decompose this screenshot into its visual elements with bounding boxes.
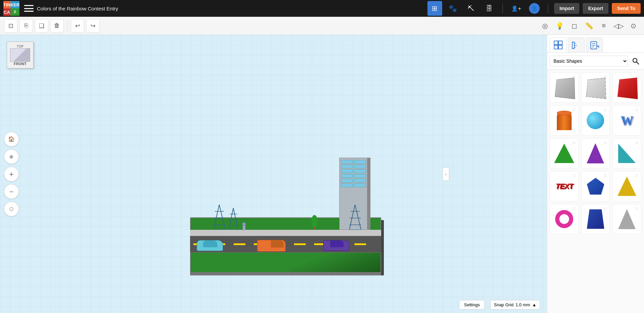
ortho-btn[interactable]: ⬡ xyxy=(4,202,19,216)
redo-btn[interactable]: ↪ xyxy=(86,19,100,33)
svg-marker-6 xyxy=(229,208,238,230)
shape-item-red-box[interactable]: ☆ xyxy=(612,72,641,103)
home-view-btn[interactable]: 🏠 xyxy=(4,132,19,147)
shape-item-cone-yellow[interactable]: ☆ xyxy=(612,171,641,201)
shape-item-box-hole[interactable]: ☆ xyxy=(581,72,610,103)
shape-star-sphere[interactable]: ☆ xyxy=(603,107,607,112)
shape-item-cone-teal[interactable]: ☆ xyxy=(612,138,641,168)
shape-pyramidgreen-visual xyxy=(554,144,574,163)
tab-notes[interactable] xyxy=(586,38,603,52)
shape-item-letter-w[interactable]: ☆ W xyxy=(612,105,641,136)
logo[interactable]: TIN KER CA D xyxy=(3,1,18,16)
shape-star-cone-gray[interactable]: ☆ xyxy=(635,206,639,211)
copy-paste-btn[interactable]: ⎘ xyxy=(19,19,33,33)
left-side: TOP FRONT 🏠 ⊕ ＋ － ⬡ xyxy=(0,35,547,313)
svg-rect-17 xyxy=(559,45,562,49)
tab-grid[interactable] xyxy=(550,38,567,52)
duplicate-btn[interactable]: ❑ xyxy=(35,19,48,33)
align-tool-btn[interactable]: ≡ xyxy=(597,19,610,33)
snap-grid-arrow[interactable]: ▲ xyxy=(532,302,536,307)
settings-btn[interactable]: Settings xyxy=(459,300,485,310)
shape-item-text3d[interactable]: ☆ TEXT xyxy=(550,171,579,201)
shape-category: Basic Shapes Letters Math Text xyxy=(547,53,644,70)
send-to-btn[interactable]: Send To xyxy=(612,3,641,14)
toolbar: ⊡ ⎘ ❑ 🗑 ↩ ↪ ◎ 💡 ◻ 📏 ≡ ◁▷ ⊙ xyxy=(0,17,644,35)
light-tool-btn[interactable]: 💡 xyxy=(553,19,566,33)
shape-star-cone-yellow[interactable]: ☆ xyxy=(635,173,639,178)
shape-item-torus[interactable]: ☆ xyxy=(550,204,579,234)
svg-rect-18 xyxy=(572,42,574,49)
shape-redbox-visual xyxy=(618,77,638,99)
shape-item-pentagon[interactable]: ☆ xyxy=(581,171,610,201)
shape-star-pyramid-green[interactable]: ☆ xyxy=(572,140,576,145)
shape-item-pyramid-purple[interactable]: ☆ xyxy=(581,138,610,168)
shape-pentagon-visual xyxy=(587,178,604,195)
toolbar-separator xyxy=(67,21,67,31)
shape-star-letter-w[interactable]: ☆ xyxy=(635,107,639,112)
shape-star-cylinder[interactable]: ☆ xyxy=(572,107,576,112)
paw-btn[interactable]: 🐾 xyxy=(446,1,460,16)
base-side xyxy=(190,272,381,275)
category-select[interactable]: Basic Shapes Letters Math Text xyxy=(550,56,628,66)
tree xyxy=(311,215,317,230)
cube-3d xyxy=(10,48,30,62)
shape-conegray-visual xyxy=(618,209,636,229)
panel-chevron[interactable]: › xyxy=(443,167,449,181)
view-cube[interactable]: TOP FRONT xyxy=(7,42,34,68)
mirror-tool-btn[interactable]: ◁▷ xyxy=(612,19,625,33)
measure-tool-btn[interactable]: 📏 xyxy=(582,19,596,33)
export-btn[interactable]: Export xyxy=(583,3,608,14)
svg-rect-15 xyxy=(559,41,562,45)
logo-ker: D xyxy=(10,8,19,16)
bottom-bar: Settings Snap Grid 1.0 mm ▲ xyxy=(459,300,540,310)
logo-n: CA xyxy=(3,8,10,16)
avatar-btn[interactable]: 👤 xyxy=(527,1,542,16)
shape-item-cone-gray[interactable]: ☆ xyxy=(612,204,641,234)
add-user-btn[interactable]: 👤+ xyxy=(509,1,524,16)
shape-item-box[interactable]: ☆ xyxy=(550,72,579,103)
import-btn[interactable]: Import xyxy=(554,3,580,14)
shape-boxhole-visual xyxy=(586,77,606,99)
shape-item-cylinder[interactable]: ☆ xyxy=(550,105,579,136)
shape-star-pyramid-purple[interactable]: ☆ xyxy=(603,140,607,145)
note-tool-btn[interactable]: ◻ xyxy=(568,19,581,33)
shape-cylinder-visual xyxy=(557,111,572,130)
shape-star-cone-teal[interactable]: ☆ xyxy=(635,140,639,145)
grid-view-btn[interactable]: ⊞ xyxy=(427,1,442,16)
search-shapes-btn[interactable] xyxy=(630,55,641,67)
shape-letterw-visual: W xyxy=(621,113,633,128)
hamburger-menu[interactable] xyxy=(24,5,34,12)
more-tool-btn[interactable]: ⊙ xyxy=(627,19,640,33)
zoom-out-btn[interactable]: － xyxy=(4,184,19,199)
shape-box-visual xyxy=(555,77,575,99)
shape-star-pentagon[interactable]: ☆ xyxy=(603,173,607,178)
archive-btn[interactable]: 🗄 xyxy=(482,1,496,16)
fit-view-btn[interactable]: ⊕ xyxy=(4,149,19,164)
undo-btn[interactable]: ↩ xyxy=(71,19,84,33)
shape-coneteal-visual xyxy=(618,144,636,163)
view-cube-top-label: TOP xyxy=(17,45,23,48)
car-orange xyxy=(257,240,286,252)
view-cube-face[interactable]: TOP FRONT xyxy=(7,42,34,68)
build-btn[interactable]: ⛏ xyxy=(464,1,478,16)
shape-star-prism[interactable]: ☆ xyxy=(603,206,607,211)
view-controls: 🏠 ⊕ ＋ － ⬡ xyxy=(4,132,19,216)
shape-item-prism[interactable]: ☆ xyxy=(581,204,610,234)
zoom-in-btn[interactable]: ＋ xyxy=(4,167,19,181)
tab-ruler[interactable] xyxy=(568,38,585,52)
svg-rect-14 xyxy=(554,41,558,45)
viewport[interactable]: Settings Snap Grid 1.0 mm ▲ xyxy=(0,35,547,313)
new-btn[interactable]: ⊡ xyxy=(4,19,17,33)
delete-btn[interactable]: 🗑 xyxy=(50,19,64,33)
shape-star-torus[interactable]: ☆ xyxy=(572,206,576,211)
pylon-right xyxy=(349,205,361,230)
logo-i: KER xyxy=(10,1,19,8)
car-teal xyxy=(197,240,223,251)
pylon-left2 xyxy=(229,208,238,230)
building-side xyxy=(367,158,370,230)
shape-item-sphere[interactable]: ☆ xyxy=(581,105,610,136)
shape-coneyellow-visual xyxy=(618,176,636,196)
shape-item-pyramid-green[interactable]: ☆ xyxy=(550,138,579,168)
shape-star-text3d[interactable]: ☆ xyxy=(572,173,576,178)
camera-tool-btn[interactable]: ◎ xyxy=(538,19,551,33)
